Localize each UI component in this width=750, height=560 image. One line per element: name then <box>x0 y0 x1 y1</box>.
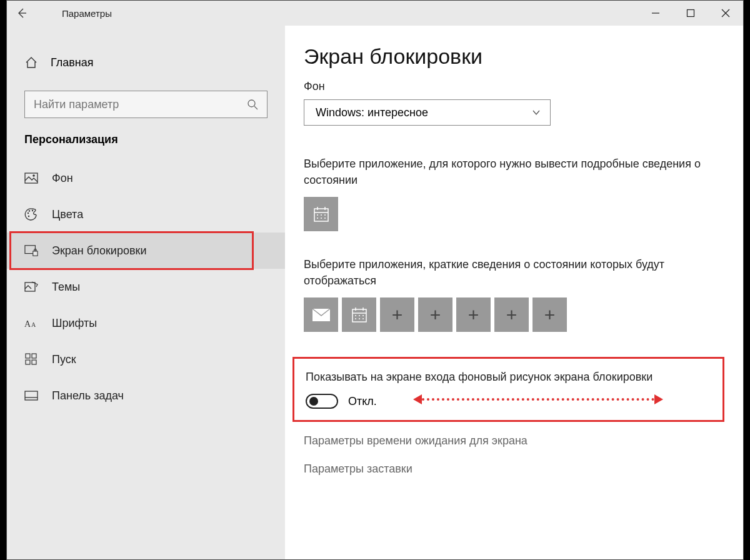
lockscreen-icon <box>24 244 38 258</box>
window-controls <box>638 1 743 26</box>
minimize-icon <box>651 9 660 18</box>
svg-point-30 <box>317 218 318 219</box>
titlebar: Параметры <box>7 1 743 26</box>
annotation-highlight-box: Показывать на экране входа фоновый рисун… <box>292 357 724 422</box>
screensaver-link[interactable]: Параметры заставки <box>304 462 743 476</box>
sidebar-item-lockscreen[interactable]: Экран блокировки <box>7 232 285 269</box>
svg-point-27 <box>317 214 318 216</box>
svg-point-29 <box>324 214 326 216</box>
picture-icon <box>24 171 38 185</box>
plus-icon: + <box>506 304 518 326</box>
svg-point-41 <box>355 318 356 319</box>
svg-point-42 <box>359 318 360 319</box>
svg-rect-20 <box>32 360 36 364</box>
chevron-down-icon <box>531 108 541 118</box>
app-tile-add-5[interactable]: + <box>532 298 567 332</box>
svg-point-4 <box>248 100 255 107</box>
svg-rect-6 <box>25 173 38 183</box>
sidebar-item-colors[interactable]: Цвета <box>7 196 285 232</box>
svg-text:A: A <box>31 321 36 328</box>
svg-line-5 <box>254 106 258 109</box>
sidebar-item-taskbar[interactable]: Панель задач <box>7 378 285 414</box>
sidebar-item-background[interactable]: Фон <box>7 160 285 196</box>
app-tile-add-4[interactable]: + <box>494 298 529 332</box>
minimize-button[interactable] <box>638 1 673 26</box>
plus-icon: + <box>392 304 403 326</box>
svg-point-39 <box>359 315 360 316</box>
mail-icon <box>312 308 331 322</box>
detailed-app-row <box>304 197 743 231</box>
svg-rect-19 <box>26 360 30 364</box>
back-button[interactable] <box>9 1 34 26</box>
annotation-arrow <box>413 394 663 405</box>
calendar-icon <box>351 306 368 324</box>
background-dropdown[interactable]: Windows: интересное <box>304 99 551 126</box>
quick-app-row: + + + + + <box>304 298 743 332</box>
search-box[interactable] <box>24 91 268 118</box>
quick-status-label: Выберите приложения, краткие сведения о … <box>304 256 704 289</box>
app-tile-add-2[interactable]: + <box>418 298 452 332</box>
sidebar-item-start[interactable]: Пуск <box>7 341 285 378</box>
toggle-state: Откл. <box>348 395 377 408</box>
sidebar-home-label: Главная <box>51 56 94 69</box>
page-title: Экран блокировки <box>304 44 743 69</box>
sidebar-item-label: Фон <box>52 172 73 185</box>
sidebar-item-label: Темы <box>52 281 80 294</box>
svg-text:A: A <box>24 319 31 329</box>
svg-point-32 <box>324 218 326 219</box>
search-icon <box>247 99 258 110</box>
calendar-icon <box>312 206 330 223</box>
sidebar-item-label: Панель задач <box>52 389 124 402</box>
signin-background-toggle[interactable] <box>306 394 338 409</box>
dropdown-value: Windows: интересное <box>316 106 428 119</box>
app-tile-add-1[interactable]: + <box>380 298 414 332</box>
svg-rect-13 <box>33 251 38 256</box>
content-pane: Экран блокировки Фон Windows: интересное… <box>285 26 743 559</box>
app-tile-calendar[interactable] <box>304 197 338 231</box>
svg-point-28 <box>321 214 322 216</box>
close-button[interactable] <box>708 1 743 26</box>
svg-point-38 <box>355 315 356 316</box>
svg-rect-21 <box>25 391 38 400</box>
sidebar-item-label: Экран блокировки <box>52 244 146 258</box>
svg-point-43 <box>362 318 364 319</box>
sidebar-item-label: Шрифты <box>52 317 97 330</box>
sidebar-section: Персонализация <box>7 133 285 146</box>
fonts-icon: AA <box>24 316 38 330</box>
sidebar-item-label: Пуск <box>52 353 76 366</box>
sidebar-home[interactable]: Главная <box>7 44 285 81</box>
screen-timeout-link[interactable]: Параметры времени ожидания для экрана <box>304 434 743 448</box>
svg-point-40 <box>362 315 364 316</box>
svg-point-7 <box>32 174 35 177</box>
app-tile-calendar-2[interactable] <box>342 298 376 332</box>
plus-icon: + <box>430 304 441 326</box>
svg-point-31 <box>321 218 322 219</box>
sidebar-item-themes[interactable]: Темы <box>7 269 285 305</box>
toggle-knob <box>309 397 318 406</box>
toggle-label: Показывать на экране входа фоновый рисун… <box>306 369 706 385</box>
sidebar: Главная Персонализация Фон Цвета <box>7 26 285 559</box>
plus-icon: + <box>544 304 556 326</box>
palette-icon <box>24 208 38 221</box>
svg-point-9 <box>29 210 30 211</box>
close-icon <box>721 9 730 18</box>
app-tile-add-3[interactable]: + <box>456 298 491 332</box>
plus-icon: + <box>468 304 479 326</box>
settings-window: Параметры Главная <box>6 0 744 560</box>
svg-point-10 <box>32 210 33 211</box>
svg-point-8 <box>28 212 29 214</box>
sidebar-item-label: Цвета <box>52 208 83 221</box>
detailed-status-label: Выберите приложение, для которого нужно … <box>304 156 704 188</box>
arrow-left-icon <box>16 7 28 19</box>
home-icon <box>24 56 38 69</box>
app-tile-mail[interactable] <box>304 298 338 332</box>
start-icon <box>24 352 38 366</box>
background-label: Фон <box>304 80 743 93</box>
search-input[interactable] <box>34 98 236 111</box>
maximize-icon <box>686 9 695 18</box>
themes-icon <box>24 280 38 294</box>
maximize-button[interactable] <box>673 1 708 26</box>
taskbar-icon <box>24 389 38 402</box>
sidebar-item-fonts[interactable]: AA Шрифты <box>7 305 285 341</box>
svg-point-11 <box>28 216 29 217</box>
